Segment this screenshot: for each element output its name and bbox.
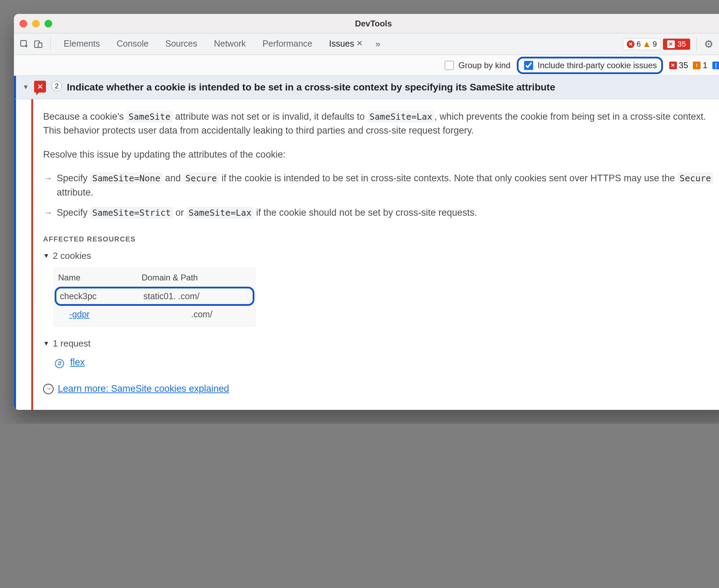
issue-paragraph-1: Because a cookie's SameSite attribute wa… <box>43 110 717 138</box>
cookie-domain: static01. .com/ <box>143 290 199 303</box>
learn-more-row: → Learn more: SameSite cookies explained <box>43 382 717 396</box>
table-row[interactable]: check3pc static01. .com/ <box>55 287 254 306</box>
issue-content: Because a cookie's SameSite attribute wa… <box>36 99 719 410</box>
disclosure-triangle-icon: ▼ <box>43 339 49 348</box>
request-row[interactable]: ⇵ flex <box>55 355 717 370</box>
learn-more-link[interactable]: Learn more: SameSite cookies explained <box>58 382 229 396</box>
toolbar-info-badge[interactable]: ❘ 7 <box>712 61 719 70</box>
disclosure-triangle-icon: ▼ <box>43 251 49 261</box>
more-menu-icon[interactable]: ⋮ <box>717 39 719 50</box>
severity-rail <box>16 99 36 410</box>
info-icon: ❘ <box>712 62 719 69</box>
devtools-window: DevTools Elements Console Sources Networ… <box>14 14 719 410</box>
issue-count-badge: 2 <box>52 81 62 91</box>
include-third-party-input[interactable] <box>524 61 533 70</box>
svg-rect-2 <box>38 43 42 47</box>
warning-icon: ! <box>693 62 701 69</box>
device-toolbar-icon[interactable] <box>33 39 44 50</box>
close-window-button[interactable] <box>19 20 27 27</box>
resolution-item-2: → Specify SameSite=Strict or SameSite=La… <box>43 206 717 220</box>
inspect-element-icon[interactable] <box>19 39 30 50</box>
issue-body: Because a cookie's SameSite attribute wa… <box>14 99 719 410</box>
arrow-icon: → <box>43 206 53 220</box>
separator <box>50 38 50 50</box>
issue-title: Indicate whether a cookie is intended to… <box>67 81 555 94</box>
warning-icon: ▲ <box>643 40 650 48</box>
tab-error-warning-badge[interactable]: ✕ 6 ▲ 9 <box>623 38 661 50</box>
affected-resources-heading: AFFECTED RESOURCES <box>43 234 717 244</box>
cookies-table: Name Domain & Path check3pc static01. .c… <box>54 268 255 326</box>
cookies-group-header[interactable]: ▼ 2 cookies <box>43 249 717 263</box>
disclosure-triangle-icon[interactable]: ▼ <box>22 81 29 91</box>
cookies-group-label: 2 cookies <box>53 249 91 263</box>
code-samesite: SameSite <box>126 111 172 122</box>
tab-network[interactable]: Network <box>207 33 253 55</box>
code-samesite-lax: SameSite=Lax <box>368 111 435 122</box>
cookie-name: check3pc <box>60 290 129 303</box>
include-third-party-highlight: Include third-party cookie issues <box>517 57 663 74</box>
titlebar: DevTools <box>14 14 719 33</box>
tab-console[interactable]: Console <box>110 33 156 55</box>
panel-tabs: Elements Console Sources Network Perform… <box>14 33 719 55</box>
zoom-window-button[interactable] <box>45 20 52 27</box>
table-row[interactable]: -gdpr .com/ <box>57 307 252 323</box>
toolbar-warning-badge[interactable]: ! 1 <box>693 61 707 70</box>
error-icon: ✕ <box>669 62 677 69</box>
col-domain: Domain & Path <box>142 271 198 284</box>
minimize-window-button[interactable] <box>32 20 40 27</box>
error-count: 6 <box>637 40 641 49</box>
include-third-party-label: Include third-party cookie issues <box>538 61 657 70</box>
arrow-icon: → <box>43 171 53 199</box>
requests-group-header[interactable]: ▼ 1 request <box>43 337 717 350</box>
code-secure: Secure <box>183 173 219 184</box>
table-header-row: Name Domain & Path <box>57 269 252 286</box>
cookie-name[interactable]: -gdpr <box>69 308 139 321</box>
request-icon: ⇵ <box>55 359 64 368</box>
issues-count: 35 <box>678 40 686 49</box>
toolbar-error-badge[interactable]: ✕ 35 <box>669 61 688 70</box>
close-tab-icon[interactable]: ✕ <box>356 39 363 48</box>
error-icon: ✕ <box>627 40 634 48</box>
tab-sources[interactable]: Sources <box>158 33 204 55</box>
request-link[interactable]: flex <box>70 357 85 367</box>
warning-count: 9 <box>653 40 657 49</box>
issue-paragraph-2: Resolve this issue by updating the attri… <box>43 148 717 162</box>
toolbar-error-count: 35 <box>679 61 688 70</box>
group-by-kind-label: Group by kind <box>458 61 510 70</box>
settings-icon[interactable]: ⚙ <box>703 39 714 50</box>
tab-elements[interactable]: Elements <box>57 33 107 55</box>
more-tabs-icon[interactable]: » <box>372 39 384 50</box>
group-by-kind-checkbox[interactable]: Group by kind <box>443 60 510 71</box>
tab-issues[interactable]: Issues ✕ <box>322 33 369 55</box>
include-third-party-checkbox[interactable]: Include third-party cookie issues <box>523 60 657 71</box>
separator <box>696 38 697 50</box>
requests-group-label: 1 request <box>53 337 90 350</box>
traffic-lights <box>19 20 52 27</box>
open-link-icon: → <box>43 384 54 394</box>
resolution-item-1: → Specify SameSite=None and Secure if th… <box>43 171 717 199</box>
issues-toolbar: Group by kind Include third-party cookie… <box>14 55 719 76</box>
code-secure: Secure <box>678 173 713 184</box>
toolbar-warning-count: 1 <box>703 61 707 70</box>
tab-issues-label: Issues <box>329 39 354 49</box>
issues-icon: ✕ <box>667 40 675 48</box>
issue-header[interactable]: ▼ ✕ 2 Indicate whether a cookie is inten… <box>14 76 719 99</box>
col-name: Name <box>58 271 128 284</box>
tab-performance[interactable]: Performance <box>255 33 319 55</box>
group-by-kind-input[interactable] <box>445 61 454 70</box>
window-title: DevTools <box>14 19 719 29</box>
code-samesite-strict: SameSite=Strict <box>90 207 173 218</box>
code-samesite-lax: SameSite=Lax <box>187 207 254 218</box>
issue-severity-icon: ✕ <box>34 81 46 93</box>
cookie-domain: .com/ <box>191 308 212 321</box>
tab-issues-badge[interactable]: ✕ 35 <box>663 39 690 50</box>
code-samesite-none: SameSite=None <box>90 173 163 184</box>
